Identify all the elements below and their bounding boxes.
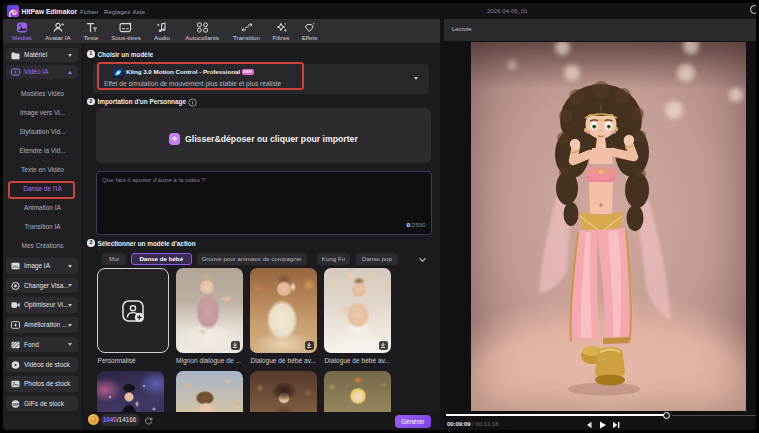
svg-text:GIF: GIF	[12, 401, 19, 406]
